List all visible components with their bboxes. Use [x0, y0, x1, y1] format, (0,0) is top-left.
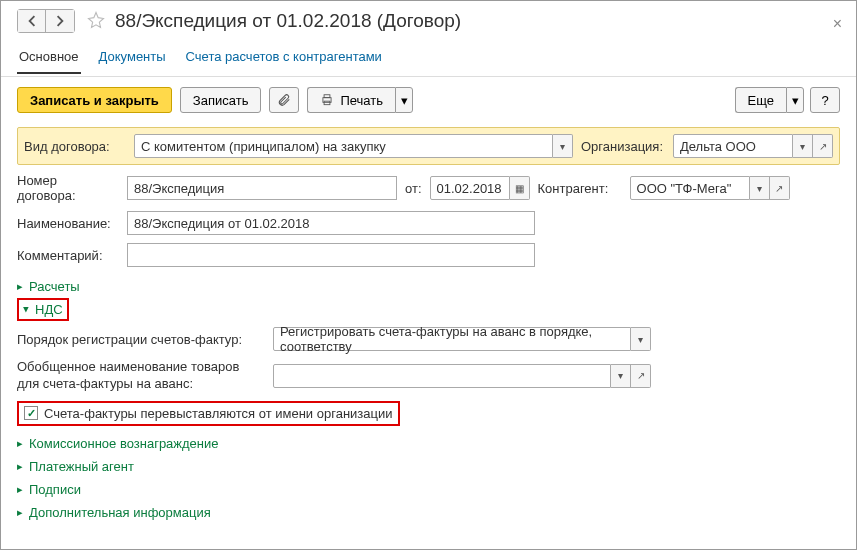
number-input[interactable]: 88/Экспедиция	[127, 176, 397, 200]
help-button[interactable]: ?	[810, 87, 840, 113]
name-label: Наименование:	[17, 216, 119, 231]
name-input[interactable]: 88/Экспедиция от 01.02.2018	[127, 211, 535, 235]
contract-type-dropdown[interactable]: ▾	[553, 134, 573, 158]
chevron-right-icon: ▸	[17, 483, 23, 496]
contract-type-select[interactable]: С комитентом (принципалом) на закупку	[134, 134, 553, 158]
chevron-down-icon: ▸	[20, 307, 33, 313]
date-picker-icon[interactable]: ▦	[510, 176, 530, 200]
nav-forward-button[interactable]	[46, 10, 74, 32]
party-label: Контрагент:	[538, 181, 622, 196]
party-select[interactable]: ООО "ТФ-Мега"	[630, 176, 750, 200]
contract-type-label: Вид договора:	[24, 139, 126, 154]
nav-back-button[interactable]	[18, 10, 46, 32]
section-agent[interactable]: ▸Платежный агент	[17, 455, 840, 478]
generic-name-dropdown[interactable]: ▾	[611, 364, 631, 388]
section-extra[interactable]: ▸Дополнительная информация	[17, 501, 840, 524]
sf-order-label: Порядок регистрации счетов-фактур:	[17, 332, 265, 347]
reissue-label: Счета-фактуры перевыставляются от имени …	[44, 406, 393, 421]
org-select[interactable]: Дельта ООО	[673, 134, 793, 158]
org-dropdown[interactable]: ▾	[793, 134, 813, 158]
generic-name-open[interactable]: ↗	[631, 364, 651, 388]
chevron-right-icon: ▸	[17, 280, 23, 293]
svg-rect-1	[324, 95, 330, 98]
save-close-button[interactable]: Записать и закрыть	[17, 87, 172, 113]
print-button[interactable]: Печать	[307, 87, 395, 113]
tab-accounts[interactable]: Счета расчетов с контрагентами	[184, 43, 384, 74]
comment-label: Комментарий:	[17, 248, 119, 263]
section-sign[interactable]: ▸Подписи	[17, 478, 840, 501]
attach-button[interactable]	[269, 87, 299, 113]
print-dropdown[interactable]: ▾	[395, 87, 413, 113]
more-button[interactable]: Еще	[735, 87, 786, 113]
close-icon[interactable]: ×	[833, 15, 842, 33]
party-open[interactable]: ↗	[770, 176, 790, 200]
number-label: Номер договора:	[17, 173, 119, 203]
print-group: Печать ▾	[307, 87, 413, 113]
save-button[interactable]: Записать	[180, 87, 262, 113]
chevron-right-icon: ▸	[17, 506, 23, 519]
generic-name-label: Обобщенное наименование товаров для счет…	[17, 359, 265, 393]
org-open[interactable]: ↗	[813, 134, 833, 158]
date-input[interactable]: 01.02.2018	[430, 176, 510, 200]
chevron-right-icon: ▸	[17, 437, 23, 450]
org-label: Организация:	[581, 139, 665, 154]
tab-documents[interactable]: Документы	[97, 43, 168, 74]
sf-order-select[interactable]: Регистрировать счета-фактуры на аванс в …	[273, 327, 631, 351]
more-group: Еще ▾	[735, 87, 804, 113]
section-vat[interactable]: ▸НДС	[17, 298, 69, 321]
sf-order-dropdown[interactable]: ▾	[631, 327, 651, 351]
reissue-invoice-group: Счета-фактуры перевыставляются от имени …	[17, 401, 400, 426]
tab-main[interactable]: Основное	[17, 43, 81, 74]
page-title: 88/Экспедиция от 01.02.2018 (Договор)	[115, 10, 461, 32]
nav-back-forward	[17, 9, 75, 33]
svg-rect-2	[324, 101, 330, 105]
chevron-right-icon: ▸	[17, 460, 23, 473]
reissue-checkbox[interactable]	[24, 406, 38, 420]
section-commission[interactable]: ▸Комиссионное вознаграждение	[17, 432, 840, 455]
section-calc[interactable]: ▸Расчеты	[17, 275, 840, 298]
comment-input[interactable]	[127, 243, 535, 267]
more-dropdown[interactable]: ▾	[786, 87, 804, 113]
party-dropdown[interactable]: ▾	[750, 176, 770, 200]
date-label: от:	[405, 181, 422, 196]
generic-name-input[interactable]	[273, 364, 611, 388]
favorite-star-icon[interactable]	[87, 11, 105, 32]
